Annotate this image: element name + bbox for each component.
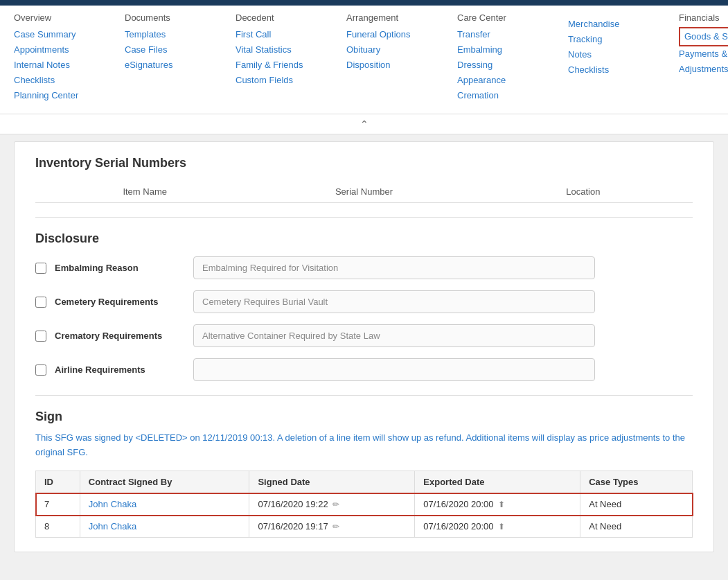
- edit-icon[interactable]: ✏: [332, 522, 339, 531]
- inventory-table-header: Item Name Serial Number Location: [35, 181, 693, 203]
- disclosure-input-airline[interactable]: [193, 358, 595, 381]
- cell-id: 7: [36, 493, 80, 516]
- nav-link-planning-center[interactable]: Planning Center: [14, 88, 104, 103]
- nav-link-dressing[interactable]: Dressing: [457, 58, 547, 73]
- nav-link-custom-fields[interactable]: Custom Fields: [236, 73, 326, 88]
- disclosure-title: Disclosure: [35, 231, 693, 246]
- nav-link-transfer[interactable]: Transfer: [457, 27, 547, 42]
- col-header-signed-by: Contract Signed By: [80, 471, 249, 493]
- col-header-signed-date: Signed Date: [249, 471, 415, 493]
- sign-section: Sign This SFG was signed by <DELETED> on…: [35, 410, 693, 538]
- export-icon[interactable]: ⬆: [498, 500, 505, 509]
- cell-signed-by: John Chaka: [80, 493, 249, 516]
- cell-case-types: At Need: [580, 516, 693, 538]
- export-icon[interactable]: ⬆: [498, 522, 505, 531]
- disclosure-row-embalming: Embalming Reason: [35, 256, 693, 279]
- nav-link-templates[interactable]: Templates: [125, 27, 215, 42]
- nav-col-misc: Merchandise Tracking Notes Checklists: [568, 12, 658, 103]
- col-header-id: ID: [36, 471, 80, 493]
- disclosure-checkbox-embalming[interactable]: [35, 263, 46, 274]
- table-row: 8John Chaka07/16/2020 19:17✏07/16/2020 2…: [36, 516, 693, 538]
- nav-link-internal-notes[interactable]: Internal Notes: [14, 58, 104, 73]
- inventory-title: Inventory Serial Numbers: [35, 156, 693, 170]
- cell-signed-by: John Chaka: [80, 516, 249, 538]
- main-content: Inventory Serial Numbers Item Name Seria…: [14, 141, 714, 552]
- nav-link-case-files[interactable]: Case Files: [125, 42, 215, 58]
- nav-link-goods-services[interactable]: Goods & Services: [679, 27, 728, 46]
- disclosure-label-cemetery: Cemetery Requirements: [55, 297, 193, 307]
- nav-link-appointments[interactable]: Appointments: [14, 42, 104, 58]
- nav-link-notes[interactable]: Notes: [568, 47, 658, 62]
- divider-1: [35, 217, 693, 218]
- col-header-case-types: Case Types: [580, 471, 693, 493]
- nav-header-arrangement: Arrangement: [346, 12, 436, 23]
- disclosure-input-cemetery[interactable]: [193, 290, 595, 313]
- nav-link-checklists-misc[interactable]: Checklists: [568, 62, 658, 78]
- nav-header-documents: Documents: [125, 12, 215, 23]
- inventory-col-item-name: Item Name: [35, 186, 254, 197]
- nav-header-overview: Overview: [14, 12, 104, 23]
- nav-link-esignatures[interactable]: eSignatures: [125, 58, 215, 73]
- nav-col-decedent: Decedent First Call Vital Statistics Fam…: [236, 12, 326, 103]
- disclosure-section: Disclosure Embalming Reason Cemetery Req…: [35, 231, 693, 381]
- disclosure-label-embalming: Embalming Reason: [55, 263, 193, 273]
- disclosure-row-airline: Airline Requirements: [35, 358, 693, 381]
- nav-col-overview: Overview Case Summary Appointments Inter…: [14, 12, 104, 103]
- top-nav-bar: [0, 0, 728, 6]
- nav-link-appearance[interactable]: Appearance: [457, 73, 547, 88]
- cell-case-types: At Need: [580, 493, 693, 516]
- nav-link-cremation[interactable]: Cremation: [457, 88, 547, 103]
- nav-col-care-center: Care Center Transfer Embalming Dressing …: [457, 12, 547, 103]
- nav-link-embalming[interactable]: Embalming: [457, 42, 547, 58]
- cell-signed-date: 07/16/2020 19:17✏: [249, 516, 415, 538]
- nav-link-merchandise[interactable]: Merchandise: [568, 17, 658, 32]
- contracts-table-header-row: ID Contract Signed By Signed Date Export…: [36, 471, 693, 493]
- cell-exported-date: 07/16/2020 20:00⬆: [415, 516, 580, 538]
- disclosure-label-airline: Airline Requirements: [55, 364, 193, 375]
- inventory-section: Inventory Serial Numbers Item Name Seria…: [35, 156, 693, 203]
- nav-header-decedent: Decedent: [236, 12, 326, 23]
- nav-link-payments-adjustments[interactable]: Payments & Adjustments: [679, 46, 728, 77]
- nav-columns: Overview Case Summary Appointments Inter…: [14, 12, 714, 103]
- disclosure-row-crematory: Crematory Requirements: [35, 324, 693, 347]
- nav-link-funeral-options[interactable]: Funeral Options: [346, 27, 436, 42]
- table-row: 7John Chaka07/16/2020 19:22✏07/16/2020 2…: [36, 493, 693, 516]
- contracts-table: ID Contract Signed By Signed Date Export…: [35, 471, 693, 538]
- disclosure-checkbox-airline[interactable]: [35, 364, 46, 376]
- signed-by-link[interactable]: John Chaka: [89, 499, 136, 509]
- disclosure-checkbox-crematory[interactable]: [35, 331, 46, 342]
- cell-signed-date: 07/16/2020 19:22✏: [249, 493, 415, 516]
- nav-link-checklists[interactable]: Checklists: [14, 73, 104, 88]
- inventory-col-serial-number: Serial Number: [254, 186, 473, 197]
- disclosure-checkbox-cemetery[interactable]: [35, 297, 46, 308]
- sign-title: Sign: [35, 410, 693, 424]
- nav-link-tracking[interactable]: Tracking: [568, 32, 658, 47]
- disclosure-row-cemetery: Cemetery Requirements: [35, 290, 693, 313]
- nav-header-care-center: Care Center: [457, 12, 547, 23]
- disclosure-input-crematory[interactable]: [193, 324, 595, 347]
- disclosure-label-crematory: Crematory Requirements: [55, 331, 193, 341]
- sign-info-text: This SFG was signed by <DELETED> on 12/1…: [35, 431, 693, 460]
- nav-link-family-friends[interactable]: Family & Friends: [236, 58, 326, 73]
- collapse-bar[interactable]: ⌃: [0, 114, 728, 134]
- cell-exported-date: 07/16/2020 20:00⬆: [415, 493, 580, 516]
- disclosure-input-embalming[interactable]: [193, 256, 595, 279]
- nav-col-financials: Financials Goods & Services Payments & A…: [679, 12, 728, 103]
- cell-id: 8: [36, 516, 80, 538]
- nav-link-disposition[interactable]: Disposition: [346, 58, 436, 73]
- navigation-menu: Overview Case Summary Appointments Inter…: [0, 6, 728, 114]
- signed-by-link[interactable]: John Chaka: [89, 521, 136, 531]
- chevron-up-icon: ⌃: [360, 118, 369, 130]
- nav-link-vital-statistics[interactable]: Vital Statistics: [236, 42, 326, 58]
- nav-link-obituary[interactable]: Obituary: [346, 42, 436, 58]
- divider-2: [35, 395, 693, 396]
- nav-header-financials: Financials: [679, 12, 728, 23]
- nav-col-documents: Documents Templates Case Files eSignatur…: [125, 12, 215, 103]
- edit-icon[interactable]: ✏: [332, 500, 339, 509]
- nav-link-case-summary[interactable]: Case Summary: [14, 27, 104, 42]
- col-header-exported-date: Exported Date: [415, 471, 580, 493]
- inventory-col-location: Location: [474, 186, 693, 197]
- nav-col-arrangement: Arrangement Funeral Options Obituary Dis…: [346, 12, 436, 103]
- nav-link-first-call[interactable]: First Call: [236, 27, 326, 42]
